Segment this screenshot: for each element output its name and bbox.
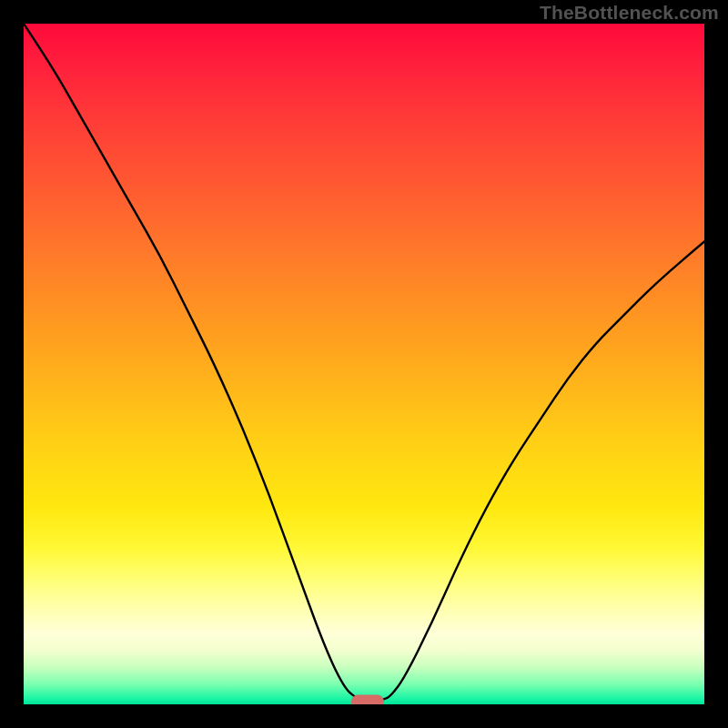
optimal-point-marker — [351, 695, 384, 705]
plot-area — [24, 24, 704, 704]
bottleneck-curve — [24, 24, 704, 701]
chart-frame: TheBottleneck.com — [0, 0, 728, 728]
watermark-text: TheBottleneck.com — [540, 2, 719, 24]
curve-layer — [24, 24, 704, 704]
